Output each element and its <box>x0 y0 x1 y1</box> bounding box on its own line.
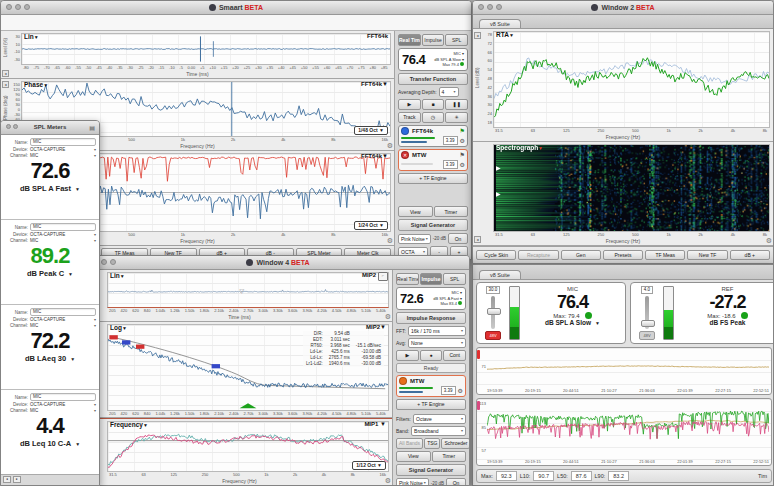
zoom-window-button[interactable] <box>496 4 502 10</box>
run-flag-icon[interactable]: ⚑ <box>460 127 465 134</box>
ref-fader-value[interactable]: 4.0 <box>641 286 653 294</box>
mic-fader-track[interactable] <box>491 296 495 329</box>
spl-meters-titlebar[interactable]: SPL Meters ▤ <box>1 121 99 135</box>
tsg-button[interactable]: TSG <box>424 438 440 449</box>
tab-v8-suite[interactable]: v8 Suite <box>479 270 521 279</box>
timer-button[interactable]: Timer <box>434 206 469 217</box>
minimize-window-button[interactable] <box>101 259 107 265</box>
ir-measurement-mtw[interactable]: MTW 3.39 ⚙ <box>396 375 466 397</box>
measurement-gear-icon[interactable]: ⚙ <box>460 137 465 144</box>
minimize-window-button[interactable] <box>15 4 21 10</box>
play-button[interactable]: ▶ <box>398 99 421 110</box>
pause-button[interactable]: ❚❚ <box>445 99 468 110</box>
meter-name-input[interactable]: MIC <box>30 393 96 401</box>
timer-button[interactable]: Timer <box>432 451 467 462</box>
smaart-titlebar[interactable]: Smaart BETA <box>1 1 471 15</box>
zoom-region-icon[interactable]: ⌐ <box>378 272 388 281</box>
ir-freq-plot-area[interactable] <box>107 421 389 472</box>
spectrograph-plot-area[interactable]: ▶ ▶ <box>493 144 770 232</box>
device-select[interactable]: OCTA-CAPTURE <box>30 317 92 322</box>
mag-octave-smoothing-dropdown[interactable]: 1/24 Oct ▼ <box>354 221 388 230</box>
spectro-pane-collapse-button[interactable]: ◂ <box>474 236 481 243</box>
ir-cursor-marker[interactable]: ▽ <box>240 287 245 294</box>
mic-fader-thumb[interactable] <box>487 308 501 315</box>
ref-phantom-button[interactable]: 48V <box>639 331 654 340</box>
tf-measurement-mtw[interactable]: ✕ MTW ⚑ 3.39 ⚙ <box>398 149 468 171</box>
add-tf-engine-button[interactable]: + TF Engine <box>398 173 468 184</box>
device-select[interactable]: OCTA-CAPTURE <box>30 147 92 152</box>
run-flag-icon[interactable]: ⚑ <box>460 151 465 158</box>
minimize-window-button[interactable] <box>487 4 493 10</box>
log-source-dropdown[interactable]: MIP2▼ <box>366 324 386 330</box>
cycle-skin-button[interactable]: Cycle Skin <box>476 250 516 260</box>
delay-value-box[interactable]: 3.39 <box>441 386 456 395</box>
close-window-button[interactable] <box>6 4 12 10</box>
close-window-button[interactable] <box>6 124 11 129</box>
tab-impulse[interactable]: Impulse <box>420 273 443 285</box>
db-plus-button[interactable]: dB + <box>730 250 770 260</box>
all-bands-button[interactable]: All Bands <box>396 438 423 449</box>
mic-fader[interactable]: 30.0 48V <box>480 286 506 340</box>
view-button[interactable]: View <box>396 451 431 462</box>
window4-titlebar[interactable]: Window 4 BETA <box>87 256 469 270</box>
stop-button[interactable]: ■ <box>422 99 445 110</box>
record-button[interactable]: ● <box>420 350 443 361</box>
lin-ir-plot-area[interactable]: ▽ <box>107 272 389 308</box>
spectro-threshold-marker-top[interactable]: ▶ <box>496 164 501 171</box>
signal-type-select[interactable]: Pink Noise▾ <box>396 478 429 486</box>
mic-fader-value[interactable]: 30.0 <box>486 286 501 294</box>
freq-pane-gear-icon[interactable]: ⚙ <box>385 477 391 485</box>
window2-titlebar[interactable]: Window 2 BETA <box>473 1 773 15</box>
rta-plot-type-dropdown[interactable]: RTA▼ <box>496 31 514 38</box>
mag-pane-gear-icon[interactable]: ⚙ <box>387 237 393 245</box>
tab-v8-suite[interactable]: v8 Suite <box>479 19 521 28</box>
spl-history-strip[interactable]: 71 19:53:3920:19:1520:44:5121:10:2721:36… <box>476 347 772 395</box>
spl-readout-card[interactable]: 76.4 MIC ▾ dB SPL A Slow ▾ Max 79.4 <box>398 48 468 71</box>
strip2-scroll-marker[interactable] <box>477 401 480 410</box>
ref-fader[interactable]: 4.0 48V <box>634 286 660 340</box>
ref-fader-track[interactable] <box>645 296 649 329</box>
freq-plot-type-dropdown[interactable]: Frequency▼ <box>110 421 148 428</box>
filters-select[interactable]: Octave▾ <box>413 414 466 424</box>
meter-unit-dropdown[interactable]: dB LAeq 30▼ <box>4 353 96 365</box>
marker-ld[interactable] <box>109 335 117 339</box>
meter-name-input[interactable]: MIC <box>30 308 96 316</box>
recapture-button[interactable]: Recapture <box>518 250 558 260</box>
zoom-window-button[interactable] <box>110 259 116 265</box>
meter-menu-icon[interactable]: ▤ <box>89 124 95 131</box>
avg-select[interactable]: None▾ <box>408 338 466 348</box>
phase-plot-type-dropdown[interactable]: Phase▼ <box>24 81 48 88</box>
close-window-button[interactable] <box>478 4 484 10</box>
phase-fft-dropdown[interactable]: FFT64k▼ <box>361 81 388 87</box>
zoom-window-button[interactable] <box>24 4 30 10</box>
marker-bottom-triangle[interactable] <box>240 403 257 408</box>
ir-pane-collapse-button[interactable]: ◂ <box>2 70 9 77</box>
measurement-gear-icon[interactable]: ⚙ <box>460 161 465 168</box>
new-tf-button[interactable]: New TF <box>687 250 727 260</box>
ir-plot-type-dropdown[interactable]: Lin▼ <box>24 33 39 40</box>
strip1-scroll-marker[interactable] <box>477 350 480 359</box>
lin-plot-type-dropdown[interactable]: Lin▼ <box>110 272 125 279</box>
window-controls[interactable] <box>478 4 502 10</box>
mag-fft-dropdown[interactable]: FFT64k▼ <box>361 153 388 159</box>
freq-source-dropdown[interactable]: MIP1 ▼ <box>364 421 386 427</box>
hold-button[interactable]: ✳ <box>445 112 468 123</box>
measurement-gear-icon[interactable]: ⚙ <box>458 387 463 394</box>
tab-spl[interactable]: SPL <box>445 34 468 46</box>
siggen-on-button[interactable]: On <box>448 233 468 244</box>
schroeder-button[interactable]: Schroeder <box>441 438 470 449</box>
window-controls[interactable] <box>6 4 30 10</box>
spl-readout-card[interactable]: 72.6 MIC ▾ dB SPL A Fast ▾ Max 83.4 <box>396 287 466 310</box>
phase-pane-collapse-button[interactable]: ◂ <box>2 81 9 88</box>
phase-pane-gear-icon[interactable]: ⚙ <box>387 142 393 150</box>
signal-type-select[interactable]: Pink Noise▾ <box>398 234 431 244</box>
fft-size-select[interactable]: 16k / 170 ms▾ <box>408 326 466 336</box>
tab-impulse[interactable]: Impulse <box>422 34 445 46</box>
lin-pane-gear-icon[interactable]: ⚙ <box>385 313 391 321</box>
meter-unit-dropdown[interactable]: dB Peak C▼ <box>4 268 96 280</box>
averaging-depth-select[interactable]: 4▾ <box>439 87 459 97</box>
timer-clock-button[interactable]: ◷ <box>422 112 445 123</box>
continuous-button[interactable]: Cont <box>443 350 466 361</box>
spectrograph-type-dropdown[interactable]: Spectrograph▼ <box>496 144 543 151</box>
play-button[interactable]: ▶ <box>396 350 419 361</box>
